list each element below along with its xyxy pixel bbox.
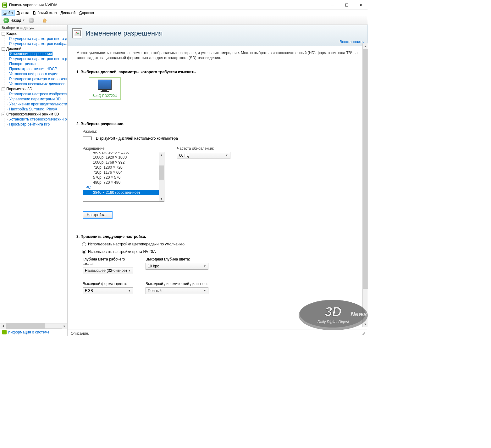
step1-title: 1. Выберите дисплей, параметры которого … — [76, 70, 359, 74]
home-icon — [42, 18, 47, 23]
list-item[interactable]: 4K x 2K, 2048 × 1530 — [83, 152, 159, 155]
menu-help[interactable]: Справка — [77, 10, 96, 16]
radio-icon — [82, 242, 86, 246]
back-button[interactable]: ← Назад ▼ — [2, 17, 26, 24]
list-item[interactable]: 1080p, 1920 × 1080 — [83, 155, 159, 160]
dynamic-range-combo[interactable]: Полный ▼ — [146, 287, 208, 294]
svg-marker-4 — [43, 19, 47, 22]
sidebar-header: Выберите задачу... — [0, 25, 67, 31]
tree-item[interactable]: -Просмотр рейтинга игр — [6, 122, 67, 127]
tree-item[interactable]: -Установить стереоскопический режим 3D — [6, 117, 67, 122]
dynamic-range-label: Выходной динамический диапазон: — [146, 282, 208, 286]
refresh-rate-combo[interactable]: 60 Гц ▼ — [177, 152, 230, 159]
task-tree: −Видео -Регулировка параметров цвета для… — [0, 31, 67, 323]
scroll-up-button[interactable]: ▲ — [363, 43, 368, 49]
menu-display[interactable]: Дисплей — [58, 10, 77, 16]
collapse-icon[interactable]: − — [2, 32, 5, 36]
resize-grip[interactable] — [360, 332, 365, 335]
titlebar: Панель управления NVIDIA — [0, 0, 368, 10]
scroll-right-button[interactable]: ► — [62, 323, 67, 329]
step2-title: 2. Выберите разрешение. — [76, 122, 359, 126]
tree-item[interactable]: -Регулировка параметров изображения для … — [6, 41, 67, 46]
tree-item[interactable]: -Регулировка параметров цвета для видео — [6, 36, 67, 41]
back-arrow-icon: ← — [3, 18, 9, 23]
step3-title: 3. Применить следующие настройки. — [76, 234, 359, 239]
collapse-icon[interactable]: − — [2, 47, 5, 51]
menu-file[interactable]: Файл — [2, 10, 15, 16]
listbox-scrollbar[interactable]: ▲ ▼ — [159, 152, 164, 201]
output-depth-combo[interactable]: 10 bpc ▼ — [146, 263, 208, 270]
tree-group-3d[interactable]: −Параметры 3D — [1, 87, 67, 92]
tree-item[interactable]: -Настройка Surround, PhysX — [6, 107, 67, 112]
scroll-down-button[interactable]: ▼ — [159, 196, 164, 201]
tree-item[interactable]: -Регулировка настроек изображения с прос… — [6, 92, 67, 97]
back-dropdown-icon[interactable]: ▼ — [22, 19, 25, 22]
window-title: Панель управления NVIDIA — [9, 3, 58, 7]
sysinfo-link[interactable]: Информация о системе — [8, 330, 49, 334]
home-button[interactable] — [41, 17, 48, 24]
list-item[interactable]: 480p, 720 × 480 — [83, 180, 159, 185]
tree-item-change-resolution[interactable]: -Изменение разрешения — [6, 51, 67, 56]
tree-group-video[interactable]: −Видео — [1, 31, 67, 36]
customize-button[interactable]: Настройка... — [83, 211, 113, 219]
scroll-down-button[interactable]: ▼ — [363, 322, 368, 327]
tree-item[interactable]: -Просмотр состояния HDCP — [6, 66, 67, 71]
sidebar-hscrollbar[interactable]: ◄ ► — [0, 323, 67, 328]
connector-value: DisplayPort - дисплей настольного компью… — [96, 136, 178, 141]
svg-rect-1 — [345, 4, 348, 6]
hscroll-thumb[interactable] — [6, 323, 45, 328]
display-name: BenQ PD2720U — [92, 94, 117, 98]
list-item[interactable]: 1080p, 1768 × 992 — [83, 160, 159, 165]
radio-default-color[interactable]: Использовать настройки цветопередачи по … — [82, 242, 359, 246]
tree-group-stereo[interactable]: −Стереоскопический режим 3D — [1, 112, 67, 117]
description-bar: Описание. — [68, 329, 368, 336]
chevron-down-icon: ▼ — [203, 265, 206, 268]
content-vscrollbar[interactable]: ▲ ▼ — [362, 43, 368, 327]
vscroll-thumb[interactable] — [363, 49, 368, 289]
page-icon — [72, 28, 82, 38]
tree-item[interactable]: -Регулировка параметров цвета рабочего с… — [6, 56, 67, 61]
chevron-down-icon: ▼ — [225, 154, 228, 157]
tree-item[interactable]: -Управление параметрами 3D — [6, 97, 67, 102]
display-selector[interactable]: BenQ PD2720U — [89, 77, 121, 100]
menu-desktop[interactable]: Рабочий стол — [31, 10, 58, 16]
collapse-icon[interactable]: − — [2, 87, 5, 91]
monitor-icon — [98, 80, 112, 92]
scroll-left-button[interactable]: ◄ — [0, 323, 6, 329]
vscroll-thumb[interactable] — [159, 165, 164, 180]
content-area: Изменение разрешения Восстановить Можно … — [68, 25, 368, 336]
tree-item[interactable]: -Установка нескольких дисплеев — [6, 81, 67, 87]
radio-nvidia-color[interactable]: Использовать настройки цвета NVIDIA — [82, 249, 359, 254]
svg-point-6 — [76, 32, 77, 33]
connector-label: Разъем: — [83, 129, 97, 134]
output-depth-label: Выходная глубина цвета: — [146, 257, 208, 261]
page-header: Изменение разрешения Восстановить — [68, 25, 368, 46]
menubar: Файл Правка Рабочий стол Дисплей Справка — [0, 10, 368, 16]
list-item-selected[interactable]: 3840 × 2160 (собственное) — [83, 190, 159, 195]
tree-item[interactable]: -Поворот дисплея — [6, 61, 67, 66]
list-item[interactable]: 576p, 720 × 576 — [83, 175, 159, 180]
output-format-combo[interactable]: RGB ▼ — [83, 287, 133, 294]
list-group-pc: PC — [83, 185, 159, 190]
list-item[interactable]: 720p, 1280 × 720 — [83, 165, 159, 170]
list-item[interactable]: 720p, 1176 × 664 — [83, 170, 159, 175]
forward-button[interactable]: → — [27, 17, 36, 24]
nvidia-icon — [2, 3, 7, 8]
maximize-button[interactable] — [339, 0, 354, 9]
desktop-depth-combo[interactable]: Наивысшее (32-битное) ▼ — [83, 267, 133, 274]
tree-item[interactable]: -Увеличение производительности ГП — [6, 102, 67, 107]
restore-link[interactable]: Восстановить — [339, 40, 364, 44]
tree-group-display[interactable]: −Дисплей — [1, 46, 67, 51]
close-button[interactable] — [354, 0, 368, 9]
minimize-button[interactable] — [325, 0, 339, 9]
tree-item[interactable]: -Регулировка размера и положения рабочег… — [6, 76, 67, 81]
sidebar: Выберите задачу... −Видео -Регулировка п… — [0, 25, 68, 336]
svg-line-10 — [364, 335, 365, 335]
chevron-down-icon: ▼ — [128, 289, 131, 292]
scroll-up-button[interactable]: ▲ — [159, 152, 164, 158]
menu-edit[interactable]: Правка — [15, 10, 31, 16]
resolution-listbox[interactable]: 4K x 2K, 2048 × 1530 1080p, 1920 × 1080 … — [83, 152, 164, 202]
collapse-icon[interactable]: − — [2, 113, 5, 116]
tree-item[interactable]: -Установка цифрового аудио — [6, 71, 67, 76]
desktop-depth-label: Глубина цвета рабочего стола: — [83, 257, 136, 266]
